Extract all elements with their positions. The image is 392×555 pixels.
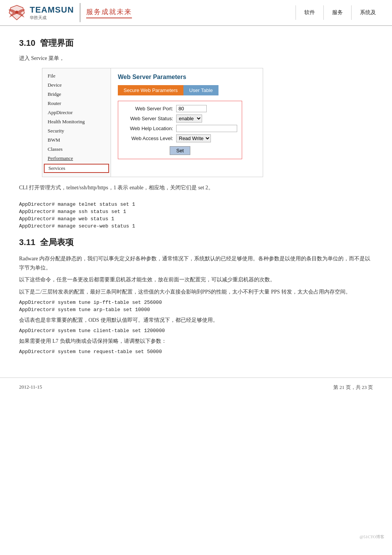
para-311-2: 以下是二/三层转发表的配置，最好三条同时配置，这些值的大小直接会影响到PPS的性…	[19, 287, 373, 297]
brand-name: TEAMSUN	[30, 5, 74, 15]
cli-311a-2: AppDirector# system tune arp-table set 1…	[19, 307, 373, 313]
sidebar-item-services[interactable]: Services	[44, 164, 109, 173]
sidebar-item-bwm[interactable]: BWM	[42, 136, 111, 145]
sidebar-item-router[interactable]: Router	[42, 99, 111, 108]
logo-text: TEAMSUN 华胜天成	[30, 5, 74, 21]
sidebar-item-classes[interactable]: Classes	[42, 145, 111, 154]
section-310: 3.10 管理界面 进入 Service 菜单， File Device Bri…	[19, 37, 373, 229]
access-select[interactable]: Read Write Read Only	[176, 134, 211, 142]
cli-commands-311a: AppDirector# system tune ip-fft-table se…	[19, 300, 373, 313]
sidebar-item-bridge[interactable]: Bridge	[42, 90, 111, 99]
cli-commands-310: AppDirector# manage telnet status set 1 …	[19, 202, 373, 229]
cli-311a-1: AppDirector# system tune ip-fft-table se…	[19, 300, 373, 305]
sidebar-item-file[interactable]: File	[42, 71, 111, 81]
cli-311b-1: AppDirector# system tune client-table se…	[19, 328, 373, 334]
sidebar-item-appdirector[interactable]: AppDirector	[42, 108, 111, 117]
set-button[interactable]: Set	[170, 146, 190, 155]
section-310-title: 3.10 管理界面	[19, 37, 373, 49]
nav-area: 软件 服务 系统及	[296, 5, 384, 20]
header-divider	[80, 3, 80, 22]
section-310-intro: 进入 Service 菜单，	[19, 55, 373, 62]
port-row: Web Server Port:	[123, 105, 237, 112]
main-content: 3.10 管理界面 进入 Service 菜单， File Device Bri…	[0, 26, 392, 374]
cli-311c-1: AppDirector# system tune request-table s…	[19, 349, 373, 355]
ui-panel: Web Server Parameters Secure Web Paramet…	[111, 68, 263, 177]
cli-line-2: AppDirector# manage ssh status set 1	[19, 209, 373, 215]
svg-point-2	[15, 11, 18, 14]
ui-sidebar: File Device Bridge Router AppDirector He…	[42, 68, 111, 177]
tab-user-table[interactable]: User Table	[183, 85, 218, 95]
cli-note: CLI 打开管理方式，telnet/ssh/http/https，1 表示 en…	[19, 183, 373, 192]
nav-service[interactable]: 服务	[323, 5, 351, 20]
port-input[interactable]	[176, 105, 207, 112]
footer-date: 2012-11-15	[19, 384, 42, 391]
sidebar-item-performance[interactable]: Performance	[42, 154, 111, 163]
tab-bar: Secure Web Parameters User Table	[118, 85, 256, 95]
access-row: Web Access Level: Read Write Read Only	[123, 134, 237, 142]
nav-system[interactable]: 系统及	[351, 5, 384, 20]
section-311: 3.11 全局表项 Radware 内存分配是静态的，我们可以事先定义好各种参数…	[19, 237, 373, 355]
nav-software[interactable]: 软件	[296, 5, 323, 20]
sidebar-item-health[interactable]: Health Monitoring	[42, 117, 111, 126]
section-311-title: 3.11 全局表项	[19, 237, 373, 248]
para-311-0: Radware 内存分配是静态的，我们可以事先定义好各种参数，通常情况下，系统默…	[19, 254, 373, 273]
set-btn-row: Set	[123, 145, 237, 155]
help-row: Web Help Location:	[123, 125, 237, 132]
port-label: Web Server Port:	[123, 106, 176, 111]
para-311-mid: 会话表也是非常重要的配置，ODS 使用默认值即可。通常情况下，都已经足够使用。	[19, 316, 373, 325]
para-311-mid2: 如果需要使用 L7 负载均衡或会话保持策略，请调整以下参数：	[19, 337, 373, 346]
panel-title: Web Server Parameters	[118, 74, 256, 81]
slogan: 服务成就未来	[86, 7, 132, 18]
ui-demo-box: File Device Bridge Router AppDirector He…	[42, 68, 263, 177]
logo-eagle-icon	[8, 5, 26, 21]
access-label: Web Access Level:	[123, 136, 176, 141]
status-label: Web Server Status:	[123, 116, 176, 121]
sidebar-item-device[interactable]: Device	[42, 81, 111, 90]
tab-secure-web[interactable]: Secure Web Parameters	[118, 85, 183, 95]
cli-line-1: AppDirector# manage telnet status set 1	[19, 202, 373, 207]
help-label: Web Help Location:	[123, 126, 176, 131]
cli-line-4: AppDirector# manage secure-web status 1	[19, 223, 373, 229]
cli-commands-311b: AppDirector# system tune client-table se…	[19, 328, 373, 334]
help-input[interactable]	[176, 125, 237, 132]
logo-area: TEAMSUN 华胜天成	[8, 5, 74, 21]
status-select[interactable]: enable disable	[176, 115, 202, 123]
sidebar-item-security[interactable]: Security	[42, 126, 111, 136]
status-row: Web Server Status: enable disable	[123, 115, 237, 123]
footer-page-info: 第 21 页，共 23 页	[333, 384, 373, 391]
page-footer: 2012-11-15 第 21 页，共 23 页	[0, 378, 392, 394]
cli-commands-311c: AppDirector# system tune request-table s…	[19, 349, 373, 355]
page-header: TEAMSUN 华胜天成 服务成就未来 软件 服务 系统及	[0, 0, 392, 26]
web-server-form: Web Server Port: Web Server Status: enab…	[118, 101, 242, 159]
cli-line-3: AppDirector# manage web status 1	[19, 216, 373, 222]
para-311-1: 以下这些命令，任意一条更改后都需要重启机器才能生效，放在前面一次配置完，可以减少…	[19, 275, 373, 284]
brand-sub: 华胜天成	[30, 15, 74, 21]
